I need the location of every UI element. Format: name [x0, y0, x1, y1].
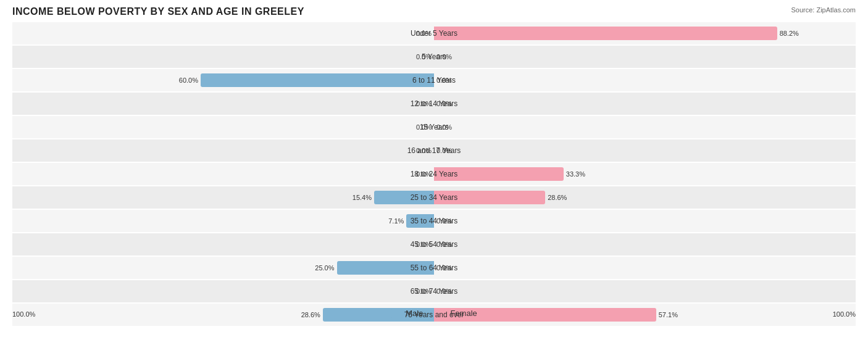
bar-male [201, 73, 434, 87]
male-value: 0.0% [416, 147, 432, 154]
left-section: 0.0% [12, 163, 434, 185]
bar-male [374, 191, 434, 204]
female-value: 0.0% [436, 288, 452, 295]
male-value: 60.0% [179, 77, 198, 84]
bar-male [406, 214, 434, 228]
right-section: 88.2% [434, 22, 856, 44]
right-section: 0.0% [434, 69, 856, 91]
chart-row: 15.4%25 to 34 Years28.6% [12, 186, 856, 209]
left-section: 0.0% [12, 93, 434, 115]
rows-wrapper: 0.0%Under 5 Years88.2%0.0%5 Years0.0%60.… [12, 22, 856, 326]
male-value: 0.0% [416, 30, 432, 37]
legend-female-label: Female [450, 309, 477, 318]
left-section: 0.0% [12, 22, 434, 44]
male-value: 15.4% [353, 194, 372, 201]
right-section: 0.0% [434, 280, 856, 302]
female-value: 0.0% [436, 264, 452, 272]
chart-row: 0.0%15 Years0.0% [12, 116, 856, 138]
left-section: 15.4% [12, 186, 434, 209]
right-section: 0.0% [434, 233, 856, 256]
right-section: 0.0% [434, 116, 856, 138]
female-value: 0.0% [436, 241, 452, 248]
male-value: 0.0% [416, 100, 432, 107]
female-value: 33.3% [566, 170, 585, 178]
female-value: 0.0% [436, 147, 452, 154]
left-section: 0.0% [12, 233, 434, 256]
female-value: 0.0% [436, 123, 452, 131]
chart-row: 0.0%45 to 54 Years0.0% [12, 233, 856, 256]
right-section: 0.0% [434, 210, 856, 232]
chart-row: 60.0%6 to 11 Years0.0% [12, 69, 856, 91]
chart-row: 0.0%65 to 74 Years0.0% [12, 280, 856, 302]
bar-female [434, 27, 777, 40]
male-value: 0.0% [416, 53, 432, 60]
male-value: 0.0% [416, 288, 432, 295]
bar-female [434, 191, 545, 204]
right-section: 0.0% [434, 257, 856, 279]
chart-row: 0.0%5 Years0.0% [12, 46, 856, 68]
left-section: 60.0% [12, 69, 434, 91]
chart-container: INCOME BELOW POVERTY BY SEX AND AGE IN G… [0, 0, 868, 345]
left-section: 0.0% [12, 46, 434, 68]
right-section: 33.3% [434, 163, 856, 185]
female-value: 0.0% [436, 77, 452, 84]
right-section: 28.6% [434, 186, 856, 209]
female-value: 0.0% [436, 100, 452, 107]
right-section: 0.0% [434, 93, 856, 115]
left-section: 0.0% [12, 280, 434, 302]
source-text: Source: ZipAtlas.com [791, 6, 856, 14]
legend-male: Male [391, 309, 423, 318]
axis-right: 100.0% [833, 310, 856, 318]
axis-left: 100.0% [12, 310, 35, 318]
legend-female: Female [435, 309, 477, 318]
right-section: 0.0% [434, 46, 856, 68]
right-section: 0.0% [434, 139, 856, 162]
female-value: 88.2% [780, 30, 799, 37]
male-value: 25.0% [315, 264, 334, 272]
chart-footer: 100.0% Male Female 100.0% [12, 309, 856, 318]
legend-male-box [391, 309, 402, 318]
left-section: 0.0% [12, 139, 434, 162]
left-section: 7.1% [12, 210, 434, 232]
male-value: 0.0% [416, 241, 432, 248]
left-section: 25.0% [12, 257, 434, 279]
female-value: 0.0% [436, 217, 452, 225]
chart-row: 25.0%55 to 64 Years0.0% [12, 257, 856, 279]
chart-row: 0.0%Under 5 Years88.2% [12, 22, 856, 44]
female-value: 0.0% [436, 53, 452, 60]
chart-row: 0.0%16 and 17 Years0.0% [12, 139, 856, 162]
legend-female-box [435, 309, 446, 318]
left-section: 0.0% [12, 116, 434, 138]
male-value: 0.0% [416, 123, 432, 131]
female-value: 28.6% [548, 194, 567, 201]
chart-row: 0.0%12 to 14 Years0.0% [12, 93, 856, 115]
male-value: 0.0% [416, 170, 432, 178]
chart-row: 0.0%18 to 24 Years33.3% [12, 163, 856, 185]
chart-row: 7.1%35 to 44 Years0.0% [12, 210, 856, 232]
bar-male [337, 261, 435, 275]
male-value: 7.1% [388, 217, 404, 225]
chart-title: INCOME BELOW POVERTY BY SEX AND AGE IN G… [12, 6, 856, 17]
bar-female [434, 167, 564, 181]
legend-male-label: Male [406, 309, 423, 318]
chart-area: 0.0%Under 5 Years88.2%0.0%5 Years0.0%60.… [12, 22, 856, 306]
